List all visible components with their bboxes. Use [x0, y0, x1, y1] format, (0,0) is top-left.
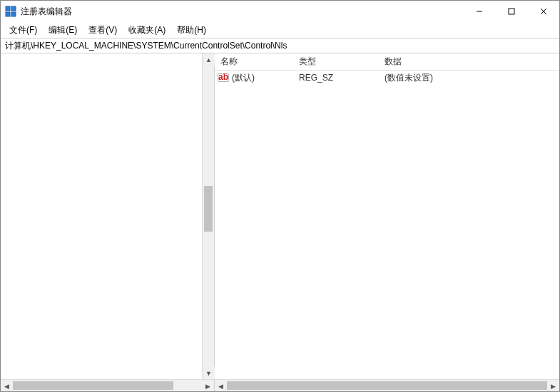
menu-favorites[interactable]: 收藏夹(A) — [124, 23, 170, 38]
scroll-right-button[interactable]: ▶ — [547, 380, 559, 392]
svg-rect-0 — [6, 6, 10, 11]
scroll-left-button[interactable]: ◀ — [1, 380, 13, 392]
svg-rect-5 — [509, 9, 514, 14]
list-view[interactable]: ab(默认)REG_SZ(数值未设置) — [215, 71, 547, 85]
column-name[interactable]: 名称 — [215, 56, 293, 68]
tree-scrollbar-vertical[interactable]: ▲ ▼ — [202, 53, 214, 379]
close-button[interactable] — [527, 1, 559, 22]
scroll-track-h[interactable] — [227, 380, 547, 391]
scroll-track-h[interactable] — [13, 380, 202, 391]
maximize-button[interactable] — [495, 1, 527, 22]
scroll-left-button[interactable]: ◀ — [215, 380, 227, 392]
main-area: NetTraceNetworkNetworkProviderNetworkSet… — [1, 53, 559, 391]
scroll-track[interactable] — [203, 66, 214, 367]
svg-rect-3 — [11, 12, 16, 16]
menu-help[interactable]: 帮助(H) — [173, 23, 210, 38]
scroll-up-button[interactable]: ▲ — [203, 53, 215, 66]
scroll-thumb-h[interactable] — [227, 381, 547, 390]
minimize-button[interactable] — [463, 1, 495, 22]
scroll-thumb-h[interactable] — [13, 381, 173, 390]
value-data: (数值未设置) — [379, 72, 547, 84]
svg-text:ab: ab — [218, 72, 228, 82]
value-type: REG_SZ — [293, 73, 379, 83]
column-data[interactable]: 数据 — [379, 56, 559, 68]
app-icon — [5, 6, 16, 17]
menubar: 文件(F) 编辑(E) 查看(V) 收藏夹(A) 帮助(H) — [1, 22, 559, 38]
window-title: 注册表编辑器 — [21, 6, 72, 18]
list-row[interactable]: ab(默认)REG_SZ(数值未设置) — [215, 71, 547, 85]
address-path: 计算机\HKEY_LOCAL_MACHINE\SYSTEM\CurrentCon… — [5, 40, 555, 52]
list-header: 名称 类型 数据 — [215, 53, 559, 71]
scroll-right-button[interactable]: ▶ — [202, 380, 214, 392]
svg-rect-2 — [6, 12, 10, 16]
menu-view[interactable]: 查看(V) — [84, 23, 121, 38]
list-scrollbar-horizontal[interactable]: ◀ ▶ — [215, 379, 559, 391]
list-pane: 名称 类型 数据 ab(默认)REG_SZ(数值未设置) ▲▼ ◀ ▶ — [215, 53, 559, 391]
scroll-thumb[interactable] — [204, 186, 213, 231]
menu-file[interactable]: 文件(F) — [5, 23, 41, 38]
scroll-down-button[interactable]: ▼ — [203, 367, 215, 379]
window-controls — [463, 1, 559, 22]
titlebar: 注册表编辑器 — [1, 1, 559, 22]
menu-edit[interactable]: 编辑(E) — [44, 23, 81, 38]
value-name: (默认) — [232, 72, 255, 84]
tree-pane: NetTraceNetworkNetworkProviderNetworkSet… — [1, 53, 215, 391]
tree-scrollbar-horizontal[interactable]: ◀ ▶ — [1, 379, 214, 391]
string-value-icon: ab — [218, 72, 229, 83]
column-type[interactable]: 类型 — [293, 56, 379, 68]
svg-rect-1 — [11, 6, 16, 11]
addressbar[interactable]: 计算机\HKEY_LOCAL_MACHINE\SYSTEM\CurrentCon… — [1, 38, 559, 53]
